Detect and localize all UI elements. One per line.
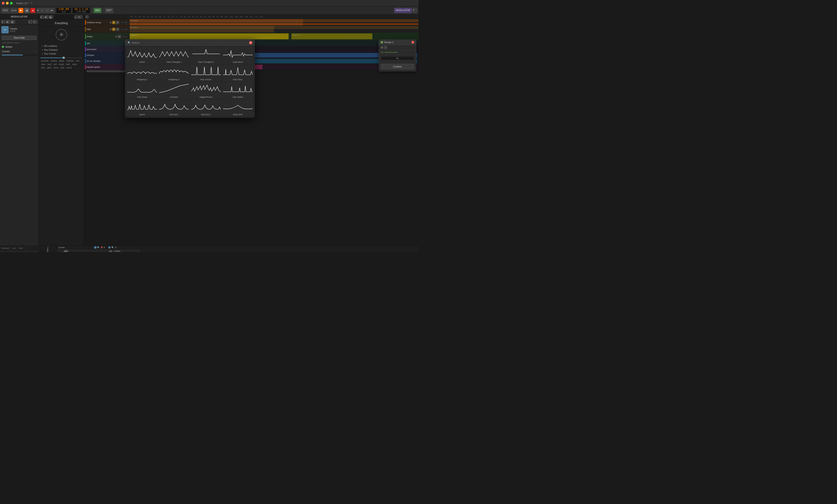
filter-any-creator[interactable]: ✦ Any Creator: [40, 52, 82, 56]
mute-btn-shaker[interactable]: M: [118, 35, 121, 38]
curve-item-holy-stupa[interactable]: Holy Stupa: [126, 82, 158, 99]
everything-grid-button[interactable]: ⊞: [44, 15, 49, 19]
tag-bright[interactable]: bright: [58, 63, 65, 66]
tag-dark[interactable]: dark: [65, 63, 71, 66]
tag-rhythmic[interactable]: rhythmic: [66, 59, 75, 62]
tag-analog[interactable]: analog: [50, 59, 57, 62]
tag-poly[interactable]: poly: [60, 67, 65, 69]
sort-button[interactable]: ↕: [28, 20, 32, 24]
detail-view-button[interactable]: ▤: [11, 20, 15, 24]
tag-glide[interactable]: glide: [47, 67, 52, 69]
maximize-button[interactable]: [10, 2, 13, 4]
curve-item-hedgehog1[interactable]: Hedgehog I: [126, 64, 158, 81]
curves-plugin-pin[interactable]: 📌: [100, 246, 103, 248]
track-content-shaker[interactable]: shaker #2 shaker #3: [130, 33, 418, 40]
tag-slow[interactable]: slow: [40, 63, 46, 66]
record-button[interactable]: ●: [30, 8, 35, 13]
loop-button[interactable]: ⟳: [37, 8, 41, 13]
terrain-search-input[interactable]: [381, 56, 414, 60]
everything-back-button[interactable]: ≡: [40, 15, 44, 19]
rewind-button[interactable]: ⏮: [51, 8, 55, 13]
tag-clean[interactable]: clean: [71, 63, 78, 66]
output-search-icon[interactable]: 🔍: [111, 246, 114, 248]
curves-plugin-search-icon[interactable]: 🔍: [97, 246, 100, 248]
tag-hard[interactable]: hard: [47, 63, 52, 66]
track-content-hats[interactable]: ▶ Master: [130, 26, 418, 33]
mute-btn-kickbass[interactable]: M: [116, 21, 119, 24]
curve-item-heartbeat[interactable]: Heart Beat: [222, 47, 254, 64]
filter-any-category[interactable]: ✦ Any Category: [40, 48, 82, 52]
curve-item-late-spikes[interactable]: Late Spikes: [222, 82, 254, 99]
kickbass-main-clip[interactable]: [130, 19, 303, 26]
rate-knob[interactable]: [63, 250, 69, 252]
solo-btn-hats[interactable]: S: [112, 28, 115, 31]
curve-item-increase[interactable]: Increase: [158, 82, 190, 99]
curve-item-march[interactable]: March: [126, 99, 158, 116]
window-close-icon[interactable]: ✕: [31, 2, 33, 4]
tab-mix[interactable]: MIX: [11, 246, 18, 250]
tab-edit[interactable]: EDIT: [18, 246, 25, 250]
filter-all-locations[interactable]: ✦ All Locations: [40, 44, 82, 48]
metro-button[interactable]: ♩: [41, 8, 46, 13]
everything-cursor-button[interactable]: ↖: [78, 15, 83, 19]
show-help-button[interactable]: Show Help: [2, 36, 37, 40]
output-close-icon[interactable]: ✕: [115, 246, 117, 248]
add-button[interactable]: ADD: [93, 8, 102, 13]
stop-button[interactable]: ■: [24, 8, 29, 13]
position-display[interactable]: 99.3.2.36 3:02.003: [72, 7, 90, 14]
edit-button[interactable]: EDIT: [105, 8, 113, 13]
list-view-button[interactable]: ≡: [1, 20, 5, 24]
tag-digital[interactable]: digital: [58, 59, 65, 62]
file-button[interactable]: FILE: [1, 8, 9, 13]
everything-list-button[interactable]: ▤: [49, 15, 53, 19]
curve-item-harm-tri-1[interactable]: Harm-Triangles I: [158, 47, 190, 64]
terrain-close-button[interactable]: [411, 41, 414, 44]
tag-soft[interactable]: soft: [53, 63, 57, 66]
curve-item-harm-tri-2[interactable]: Harm-Triangles II: [190, 47, 222, 64]
curves-browser-popup[interactable]: 🔍 Search ✕ Ghost: [125, 39, 255, 118]
modulator-button[interactable]: MODULATOR: [394, 8, 412, 13]
popup-close-button[interactable]: ✕: [249, 41, 252, 44]
tag-dirty[interactable]: dirty: [40, 67, 46, 69]
tab-project[interactable]: PROJECT: [0, 246, 11, 250]
click-button[interactable]: 🎵: [46, 8, 50, 13]
confirm-button[interactable]: Confirm: [381, 64, 414, 69]
tag-acoustic[interactable]: acoustic: [40, 59, 49, 62]
shaker-clip-1[interactable]: shaker #2: [130, 33, 289, 39]
play-button[interactable]: ▶: [18, 8, 23, 13]
curve-item-moby-dick[interactable]: Moby Dick: [222, 99, 254, 116]
curve-item-mirrored2[interactable]: Mirrored II: [190, 99, 222, 116]
hats-main-clip[interactable]: [130, 26, 274, 33]
everything-sort-button[interactable]: ↕: [74, 15, 78, 19]
output-knob-1[interactable]: [109, 250, 113, 252]
shaker-clip-2[interactable]: shaker #3: [291, 33, 372, 39]
play-label-button[interactable]: PLAY: [10, 8, 18, 13]
track-content-kickbass[interactable]: ▶ Master: [130, 19, 418, 26]
solo-btn-kickbass[interactable]: S: [112, 21, 115, 24]
curve-item-mirrored1[interactable]: Mirrored I: [158, 99, 190, 116]
curve-item-jagged[interactable]: Jagged Rocks: [190, 82, 222, 99]
tag-mono[interactable]: mono: [53, 67, 59, 69]
terrain-add-button[interactable]: +: [384, 46, 387, 49]
window-controls[interactable]: [2, 2, 13, 4]
curve-item-holy-church[interactable]: Holy Church: [190, 64, 222, 81]
minimize-button[interactable]: [6, 2, 8, 4]
help-button[interactable]: ?: [413, 8, 417, 13]
curves-row[interactable]: Curves →: [0, 49, 38, 54]
slider-track[interactable]: [40, 57, 82, 58]
tag-chord[interactable]: chord: [66, 67, 72, 69]
grid-view-button[interactable]: ⊞: [6, 20, 10, 24]
tag-fast[interactable]: fast: [75, 59, 80, 62]
slider-thumb[interactable]: [63, 57, 65, 59]
mute-btn-hats[interactable]: M: [116, 28, 119, 31]
curves-plugin-close[interactable]: ✕: [104, 246, 105, 248]
cursor-button[interactable]: ↖: [33, 20, 37, 24]
project-tab-label[interactable]: PROJECT: [47, 249, 49, 252]
curve-item-holy-mosc[interactable]: Holy Mosc: [222, 64, 254, 81]
bpm-display[interactable]: 130.00 4/4: [56, 7, 71, 14]
close-button[interactable]: [2, 2, 4, 4]
terrain-panel[interactable]: Terrain 1 + My Library/Curves Confirm: [379, 39, 416, 71]
add-track-button[interactable]: +: [86, 15, 89, 18]
curve-item-hedgehog2[interactable]: Hedgehog II: [158, 64, 190, 81]
curve-item-ghost[interactable]: Ghost: [126, 47, 158, 64]
